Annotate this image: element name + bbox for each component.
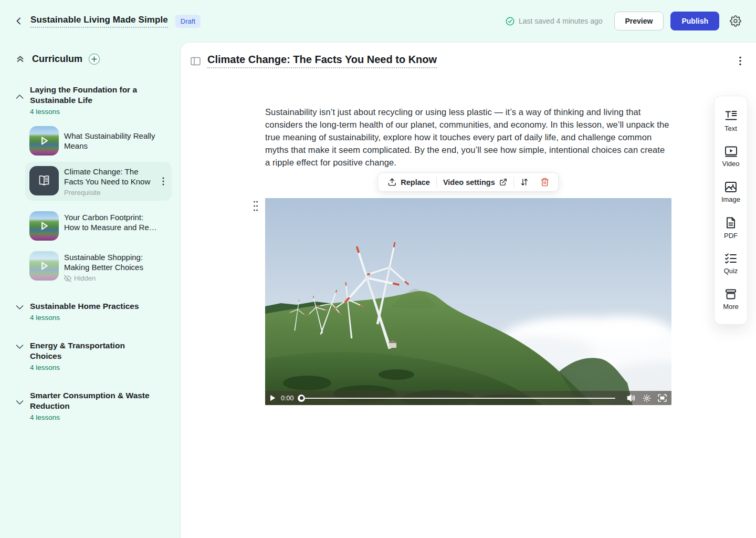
trash-icon [541, 178, 550, 187]
play-icon [38, 135, 50, 147]
video-controls-bar: 0:00 [265, 391, 671, 405]
add-pdf-block-button[interactable]: PDF [715, 210, 747, 246]
lesson-menu-button[interactable] [160, 175, 166, 188]
curriculum-section: Smarter Consumption & Waste Reduction 4 … [0, 390, 180, 421]
player-settings-icon[interactable] [643, 394, 651, 402]
block-palette: Text Video Image PDF Quiz [714, 96, 748, 325]
palette-item-label: More [723, 303, 739, 311]
section-title[interactable]: Smarter Consumption & Waste Reduction [30, 390, 152, 411]
replace-button[interactable]: Replace [381, 178, 436, 187]
play-button[interactable] [270, 395, 276, 401]
play-icon [38, 260, 50, 272]
back-button[interactable] [13, 15, 25, 27]
last-saved-status: Last saved 4 minutes ago [506, 17, 603, 26]
sidebar-title: Curriculum [32, 54, 82, 65]
palette-item-label: Text [724, 125, 737, 132]
course-title[interactable]: Sustainable Living Made Simple [30, 15, 168, 28]
lesson-video-thumbnail [29, 251, 59, 281]
lesson-video-thumbnail [29, 211, 59, 241]
video-settings-button[interactable]: Video settings [437, 178, 514, 187]
seek-knob[interactable] [298, 395, 305, 402]
check-circle-icon [506, 17, 514, 26]
open-book-icon [37, 174, 51, 187]
eye-off-icon [64, 275, 71, 282]
lesson-options-menu-button[interactable] [737, 54, 743, 68]
lesson-item-what-sustainability[interactable]: What Sustainability Really Means [29, 126, 172, 156]
palette-item-label: Image [721, 195, 740, 203]
reorder-button[interactable] [514, 178, 535, 187]
add-section-button[interactable] [88, 53, 100, 65]
curriculum-sidebar: Curriculum Laying the Foundation for a S… [0, 42, 180, 538]
chevron-left-icon [14, 16, 24, 26]
more-block-icon [724, 288, 737, 300]
lesson-item-climate-change[interactable]: Climate Change: The Facts You Need to Kn… [25, 162, 172, 201]
progress-track [303, 398, 615, 399]
lesson-item-sustainable-shopping[interactable]: Sustainable Shopping: Making Better Choi… [29, 251, 172, 282]
external-link-icon [499, 178, 508, 187]
lesson-item-carbon-footprint[interactable]: Your Carbon Footprint: How to Measure an… [29, 211, 172, 241]
upload-icon [387, 178, 396, 187]
replace-label: Replace [401, 178, 430, 187]
section-title[interactable]: Sustainable Home Practices [30, 301, 152, 312]
preview-button[interactable]: Preview [614, 12, 664, 30]
volume-icon[interactable] [627, 394, 636, 402]
pdf-block-icon [726, 216, 736, 229]
seek-bar[interactable] [298, 394, 615, 402]
current-time: 0:00 [281, 395, 293, 402]
fullscreen-icon[interactable] [658, 394, 667, 402]
lesson-title: Your Carbon Footprint: How to Measure an… [64, 212, 159, 232]
lesson-title: Climate Change: The Facts You Need to Kn… [64, 167, 159, 187]
lesson-intro-paragraph[interactable]: Sustainability isn’t just about recyclin… [265, 106, 671, 169]
topbar: Sustainable Living Made Simple Draft Las… [0, 0, 756, 42]
section-title[interactable]: Energy & Transportation Choices [30, 340, 152, 361]
add-video-block-button[interactable]: Video [715, 139, 747, 174]
curriculum-section: Laying the Foundation for a Sustainable … [0, 85, 180, 116]
more-blocks-button[interactable]: More [715, 282, 747, 317]
settings-button[interactable] [729, 14, 742, 28]
last-saved-text: Last saved 4 minutes ago [519, 17, 603, 25]
quiz-block-icon [724, 253, 737, 264]
section-lesson-count: 4 lessons [30, 314, 170, 322]
curriculum-section: Sustainable Home Practices 4 lessons [0, 301, 180, 322]
video-player[interactable]: 0:00 [265, 198, 671, 405]
gear-icon [730, 15, 741, 27]
block-toolbar: Replace Video settings [377, 172, 559, 192]
lesson-page-title[interactable]: Climate Change: The Facts You Need to Kn… [207, 54, 437, 68]
lesson-title: Sustainable Shopping: Making Better Choi… [64, 252, 159, 272]
video-block: Replace Video settings [265, 198, 671, 405]
chevron-down-icon[interactable] [16, 344, 24, 349]
collapse-all-button[interactable] [16, 55, 25, 64]
palette-item-label: Quiz [724, 267, 738, 275]
video-scene-wind-turbines [265, 198, 671, 405]
text-block-icon [724, 109, 738, 122]
publish-button[interactable]: Publish [670, 12, 719, 30]
lesson-subtitle: Hidden [74, 274, 96, 282]
section-lesson-count: 4 lessons [30, 413, 170, 421]
add-image-block-button[interactable]: Image [715, 174, 747, 210]
video-block-icon [724, 146, 738, 157]
curriculum-section: Energy & Transportation Choices 4 lesson… [0, 340, 180, 371]
delete-block-button[interactable] [535, 178, 555, 187]
palette-item-label: PDF [724, 232, 738, 240]
sort-arrows-icon [520, 178, 529, 187]
status-badge: Draft [175, 15, 201, 28]
lesson-video-thumbnail [29, 126, 59, 156]
chevron-down-icon[interactable] [16, 305, 24, 310]
section-title[interactable]: Laying the Foundation for a Sustainable … [30, 85, 152, 106]
video-settings-label: Video settings [443, 178, 495, 187]
reading-lesson-tile [29, 166, 59, 195]
lesson-list: What Sustainability Really Means Climate… [29, 126, 172, 282]
image-block-icon [724, 181, 737, 193]
lesson-editor-panel: Climate Change: The Facts You Need to Kn… [180, 42, 756, 538]
drag-handle[interactable] [253, 200, 258, 212]
section-lesson-count: 4 lessons [30, 364, 170, 371]
add-quiz-block-button[interactable]: Quiz [715, 246, 747, 282]
add-text-block-button[interactable]: Text [715, 103, 747, 139]
chevron-up-icon[interactable] [16, 94, 24, 99]
sidebar-toggle-button[interactable] [191, 57, 201, 66]
lesson-title: What Sustainability Really Means [64, 131, 159, 151]
double-chevron-up-icon [16, 55, 25, 64]
chevron-down-icon[interactable] [16, 400, 24, 405]
lesson-subtitle: Prerequisite [64, 189, 159, 196]
palette-item-label: Video [722, 160, 739, 168]
